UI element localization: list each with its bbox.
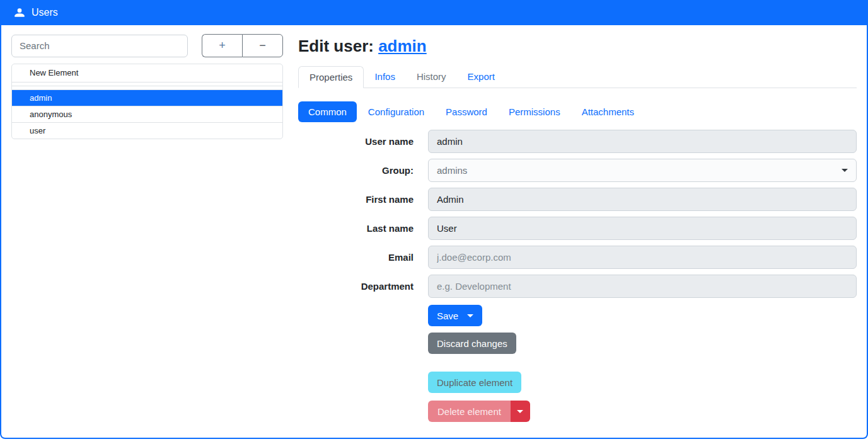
subtab-bar: Common Configuration Password Permission… [298, 101, 857, 122]
delete-button-label: Delete element [437, 406, 501, 417]
remove-element-button[interactable]: − [242, 34, 283, 57]
subtab-permissions[interactable]: Permissions [499, 101, 570, 122]
lastname-label: Last name [298, 223, 428, 234]
page-title: Edit user: admin [298, 37, 857, 56]
edited-user-link[interactable]: admin [378, 37, 427, 55]
firstname-label: First name [298, 194, 428, 205]
save-button[interactable]: Save [428, 305, 482, 326]
save-button-label: Save [437, 310, 458, 321]
department-label: Department [298, 281, 428, 292]
caret-down-icon [517, 410, 523, 413]
sidebar: + − New Element admin anonymous user [11, 34, 283, 139]
tab-export[interactable]: Export [457, 66, 506, 88]
form-row-department: Department [298, 275, 857, 298]
email-label: Email [298, 252, 428, 263]
form-row-firstname: First name [298, 188, 857, 211]
form-row-email: Email [298, 246, 857, 269]
subtab-common[interactable]: Common [298, 101, 357, 122]
caret-down-icon [467, 314, 473, 317]
page-title-prefix: Edit user: [298, 37, 374, 55]
discard-changes-button[interactable]: Discard changes [428, 333, 516, 354]
duplicate-button-label: Duplicate element [437, 377, 512, 388]
subtab-attachments[interactable]: Attachments [572, 101, 644, 122]
form-row-lastname: Last name [298, 217, 857, 240]
chevron-down-icon [842, 169, 848, 172]
add-element-button[interactable]: + [202, 34, 242, 57]
group-select[interactable]: admins [428, 159, 857, 182]
delete-element-button: Delete element [428, 401, 511, 422]
tab-properties[interactable]: Properties [298, 66, 364, 88]
form-row-username: User name [298, 130, 857, 153]
discard-button-label: Discard changes [437, 338, 507, 349]
minus-icon: − [259, 39, 266, 52]
firstname-field[interactable] [428, 188, 857, 211]
user-list: New Element admin anonymous user [11, 64, 283, 139]
app-header: Users [0, 0, 868, 25]
delete-split-button: Delete element [428, 401, 530, 422]
duplicate-element-button: Duplicate element [428, 372, 521, 393]
person-icon [14, 7, 25, 18]
subtab-password[interactable]: Password [436, 101, 497, 122]
list-item-user[interactable]: user [12, 122, 282, 139]
list-item-new-element[interactable]: New Element [12, 64, 282, 82]
sidebar-toolbar: + − [11, 34, 283, 57]
tab-infos[interactable]: Infos [364, 66, 406, 88]
form-actions: Save Discard changes Duplicate element [428, 305, 857, 422]
group-select-wrap: admins [428, 159, 857, 182]
delete-dropdown-toggle[interactable] [511, 401, 530, 422]
email-field[interactable] [428, 246, 857, 269]
department-field[interactable] [428, 275, 857, 298]
tab-history: History [406, 66, 457, 88]
subtab-configuration[interactable]: Configuration [358, 101, 434, 122]
group-label: Group: [298, 165, 428, 176]
lastname-field[interactable] [428, 217, 857, 240]
username-label: User name [298, 136, 428, 147]
app-title: Users [32, 7, 58, 18]
main-panel: Edit user: admin Properties Infos Histor… [298, 34, 857, 422]
list-item-anonymous[interactable]: anonymous [12, 106, 282, 122]
form-row-group: Group: admins [298, 159, 857, 182]
username-field[interactable] [428, 130, 857, 153]
user-form: User name Group: admins First name Last … [298, 130, 857, 422]
plus-icon: + [219, 39, 226, 52]
list-edit-button-group: + − [202, 34, 283, 57]
list-item-admin[interactable]: admin [12, 89, 282, 106]
content-shell: + − New Element admin anonymous user Edi… [0, 25, 868, 439]
tab-bar: Properties Infos History Export [298, 66, 857, 88]
search-input[interactable] [11, 35, 188, 57]
